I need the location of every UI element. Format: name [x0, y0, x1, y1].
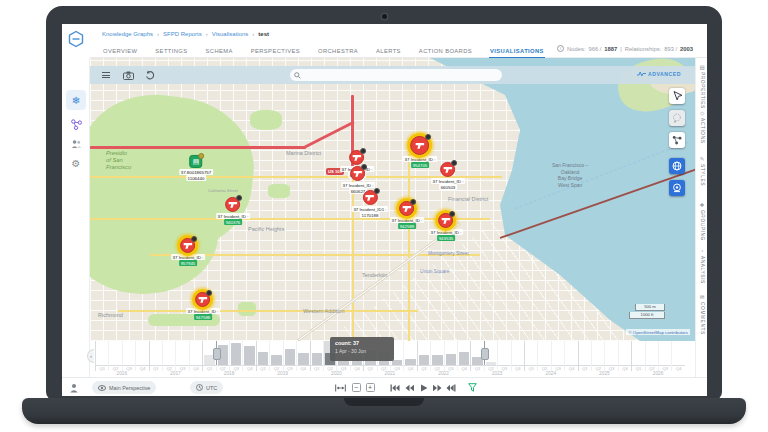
tab-schema[interactable]: SCHEMA [205, 45, 234, 57]
play-button[interactable] [418, 382, 430, 393]
side-tab-grouping[interactable]: ❖GROUPING [696, 202, 707, 241]
timeline-quarter-2020-q1[interactable]: Q1 [310, 341, 323, 371]
skip-to-end-button[interactable] [445, 382, 457, 393]
skip-to-start-button[interactable] [389, 382, 401, 393]
side-tab-properties[interactable]: ▤PROPERTIES [696, 64, 707, 109]
timeline-quarter-2016-q1[interactable]: Q1 [95, 341, 108, 371]
step-forward-button[interactable] [431, 382, 443, 393]
timeline-quarter-2017-q2[interactable]: Q2 [162, 341, 175, 371]
timeline-quarter-2026-q3[interactable]: Q3 [658, 341, 671, 371]
timeline-quarter-2019-q1[interactable]: Q1 [256, 341, 269, 371]
graph-view-button[interactable] [669, 132, 685, 148]
timeline-quarter-2024-q1[interactable]: Q1 [524, 341, 537, 371]
timeline-bar[interactable] [392, 360, 402, 365]
timeline-quarter-2025-q3[interactable]: Q3 [604, 341, 617, 371]
timeline-quarter-2017-q3[interactable]: Q3 [175, 341, 188, 371]
timeline-quarter-2022-q3[interactable]: Q3 [444, 341, 457, 371]
timeline-bar[interactable] [285, 349, 295, 365]
timeline-quarter-2023-q3[interactable]: Q3 [497, 341, 510, 371]
tab-settings[interactable]: SETTINGS [154, 45, 188, 57]
timeline-bar[interactable] [231, 343, 241, 365]
timeline-quarter-2018-q3[interactable]: Q3 [229, 341, 242, 371]
map-marker-incident[interactable]: 37 Incident_ID :943535 [429, 213, 463, 241]
side-tab-comments[interactable]: ✉COMMENTS [696, 294, 707, 335]
timeline-bar[interactable] [298, 353, 308, 365]
timeline[interactable]: ‹ Q1Q2Q3Q4Q1Q2Q3Q4Q1Q2Q3Q4Q1Q2Q3Q4Q1Q2Q3… [95, 341, 685, 377]
tab-overview[interactable]: OVERVIEW [102, 45, 138, 57]
timeline-quarter-2026-q2[interactable]: Q2 [645, 341, 658, 371]
timezone-selector[interactable]: UTC [190, 381, 223, 394]
map-marker-incident[interactable]: 37 Incident_ID :947588 [186, 292, 220, 320]
step-back-button[interactable] [404, 382, 416, 393]
timeline-quarter-2026-q1[interactable]: Q1 [631, 341, 644, 371]
timeline-quarter-2023-q4[interactable]: Q4 [511, 341, 524, 371]
menu-icon[interactable] [100, 69, 112, 81]
timeline-bar[interactable] [432, 355, 442, 365]
zoom-out-button[interactable]: − [350, 382, 362, 393]
breadcrumb-item[interactable]: Visualisations [212, 31, 249, 37]
map-marker-incident[interactable]: 37 Incident_ID :940376 [216, 197, 250, 225]
zoom-in-button[interactable]: + [364, 382, 376, 393]
timeline-quarter-2019-q3[interactable]: Q3 [283, 341, 296, 371]
timeline-quarter-2018-q4[interactable]: Q4 [242, 341, 255, 371]
map-marker-incident[interactable]: 37 Incident_ID :942589 [390, 201, 424, 229]
tab-orchestra[interactable]: ORCHESTRA [317, 45, 359, 57]
perspective-selector[interactable]: Main Perspective [92, 381, 156, 394]
rail-settings-gear-icon[interactable]: ⚙ [66, 153, 86, 173]
map-canvas[interactable]: Presidio of San FranciscoMarina District… [90, 58, 695, 341]
search-box[interactable] [290, 69, 502, 81]
timeline-quarter-2025-q1[interactable]: Q1 [578, 341, 591, 371]
timeline-quarter-2025-q4[interactable]: Q4 [618, 341, 631, 371]
side-tab-actions[interactable]: ◇ACTIONS [696, 110, 707, 144]
advanced-search-button[interactable]: ADVANCED [637, 71, 681, 77]
side-tab-analysis[interactable]: ◔ANALYSIS [696, 248, 707, 284]
breadcrumb-item[interactable]: SFPD Reports [163, 31, 202, 37]
timeline-bar[interactable] [312, 353, 322, 365]
timeline-quarter-2017-q1[interactable]: Q1 [149, 341, 162, 371]
timeline-quarter-2019-q2[interactable]: Q2 [269, 341, 282, 371]
timeline-quarter-2016-q3[interactable]: Q3 [122, 341, 135, 371]
timeline-bar[interactable] [446, 354, 456, 365]
tab-visualisations[interactable]: VISUALISATIONS [489, 45, 545, 58]
pointer-select-button[interactable] [669, 88, 685, 104]
timeline-quarter-2024-q3[interactable]: Q3 [551, 341, 564, 371]
rail-users-icon[interactable] [66, 134, 86, 154]
timeline-quarter-2024-q4[interactable]: Q4 [564, 341, 577, 371]
timeline-quarter-2019-q4[interactable]: Q4 [296, 341, 309, 371]
map-marker-place[interactable]: ▤37.80018657571106440 [179, 155, 213, 181]
timeline-bar[interactable] [459, 352, 469, 365]
rail-visualisation-snowflake-icon[interactable]: ❄ [66, 90, 86, 110]
timeline-quarter-2016-q4[interactable]: Q4 [135, 341, 148, 371]
timeline-bar[interactable] [244, 346, 254, 365]
tab-perspectives[interactable]: PERSPECTIVES [250, 45, 301, 57]
breadcrumb-item[interactable]: Knowledge Graphs [102, 31, 153, 37]
tab-action-boards[interactable]: ACTION BOARDS [418, 45, 473, 57]
timeline-range-handle-left[interactable] [216, 341, 217, 365]
timeline-bar[interactable] [405, 359, 415, 365]
timeline-quarter-2025-q2[interactable]: Q2 [591, 341, 604, 371]
rail-graph-nodes-icon[interactable] [66, 114, 86, 134]
timeline-quarter-2022-q1[interactable]: Q1 [417, 341, 430, 371]
camera-screenshot-icon[interactable] [122, 69, 134, 81]
timeline-bar[interactable] [271, 355, 281, 365]
location-pin-button[interactable] [669, 180, 685, 196]
map-marker-incident[interactable]: 37 Incident_ID :660503 [431, 162, 465, 190]
search-input[interactable] [301, 72, 491, 78]
timeline-range-handle-right[interactable] [484, 341, 485, 365]
timeline-bar[interactable] [258, 352, 268, 365]
timeline-quarter-2016-q2[interactable]: Q2 [108, 341, 121, 371]
time-filter-funnel-icon[interactable] [466, 382, 478, 393]
user-icon[interactable] [69, 383, 79, 393]
timeline-quarter-2017-q4[interactable]: Q4 [189, 341, 202, 371]
timeline-quarter-2022-q2[interactable]: Q2 [430, 341, 443, 371]
timeline-bar[interactable] [419, 355, 429, 365]
timeline-collapse-handle[interactable]: ‹ [87, 349, 94, 363]
undo-icon[interactable] [144, 69, 156, 81]
fit-range-button[interactable] [334, 382, 346, 393]
lasso-select-button[interactable] [669, 110, 685, 126]
timeline-quarter-2024-q2[interactable]: Q2 [537, 341, 550, 371]
map-attribution[interactable]: © OpenStreetMap contributors [626, 329, 690, 335]
map-marker-incident[interactable]: 37 Incident_ID1 :1170188 [352, 190, 388, 218]
side-tab-styles[interactable]: ✎STYLES [696, 156, 707, 186]
map-marker-incident[interactable]: 37 Incident_ID :957945 [171, 238, 205, 266]
